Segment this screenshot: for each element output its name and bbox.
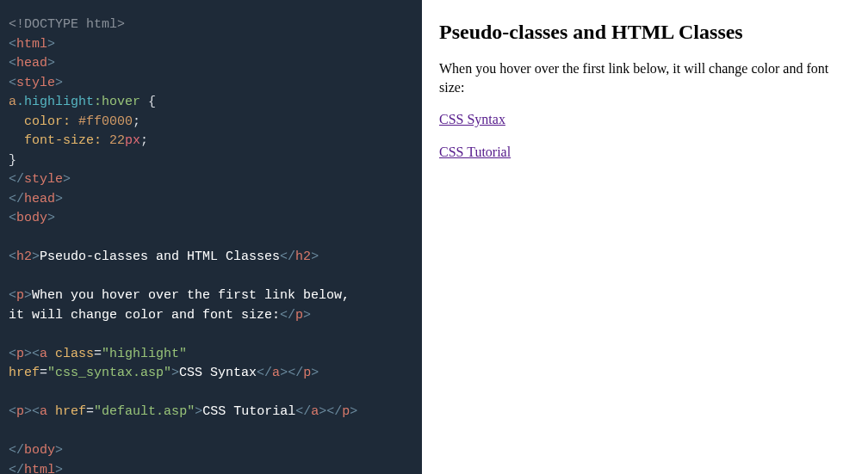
code-line: <style>	[9, 74, 413, 94]
code-token: >	[311, 249, 319, 264]
code-token: >	[63, 172, 71, 187]
code-token: >	[55, 76, 63, 90]
code-token: >	[319, 404, 326, 419]
code-token: "css_syntax.asp"	[47, 366, 171, 380]
code-token: <	[9, 288, 16, 303]
code-token: <	[9, 404, 16, 419]
link-css-syntax[interactable]: CSS Syntax	[439, 112, 505, 126]
code-token: <!DOCTYPE html>	[9, 17, 125, 32]
code-token: >	[171, 366, 179, 380]
code-token	[9, 327, 16, 342]
code-token: CSS Syntax	[179, 366, 257, 380]
code-line	[9, 384, 413, 403]
code-token: </	[295, 404, 311, 419]
code-token: href	[9, 366, 40, 380]
code-token: </	[9, 192, 24, 206]
code-token: <	[9, 56, 16, 71]
preview-link-wrapper-2: CSS Tutorial	[439, 143, 851, 162]
code-token: href	[55, 404, 86, 419]
code-token: a	[40, 404, 55, 419]
code-token: px	[125, 133, 140, 148]
code-line: </head>	[9, 190, 413, 210]
code-token: <	[9, 211, 16, 225]
code-token: Pseudo-classes and HTML Classes	[40, 249, 280, 264]
code-line: <h2>Pseudo-classes and HTML Classes</h2>	[9, 248, 413, 268]
code-token: <	[32, 404, 40, 419]
code-token: >	[47, 37, 55, 52]
code-token: :hover	[94, 95, 140, 109]
code-token: =	[40, 366, 47, 380]
code-token: #ff0000	[78, 114, 133, 129]
code-token: h2	[295, 249, 311, 264]
code-token: </	[280, 308, 295, 323]
code-token: >	[55, 443, 63, 458]
code-token: </	[9, 172, 24, 187]
link-css-tutorial[interactable]: CSS Tutorial	[439, 145, 511, 159]
code-line: <!DOCTYPE html>	[9, 15, 413, 35]
code-token: .highlight	[16, 95, 94, 109]
code-token: p	[303, 366, 311, 380]
code-token: html	[24, 463, 55, 475]
code-token: a	[311, 404, 319, 419]
code-token: head	[24, 192, 55, 206]
code-line: }	[9, 151, 413, 171]
code-token: >	[55, 192, 63, 206]
code-token: </	[9, 463, 24, 475]
code-token: >	[24, 288, 32, 303]
code-token: </	[257, 366, 272, 380]
code-token: style	[24, 172, 63, 187]
code-token: >	[280, 366, 288, 380]
code-token: ;	[140, 133, 148, 148]
code-token: font-size:	[24, 133, 102, 148]
code-token: "default.asp"	[94, 404, 195, 419]
code-token: >	[24, 347, 32, 361]
code-token: p	[295, 308, 303, 323]
code-line	[9, 268, 413, 287]
code-token: h2	[16, 249, 32, 264]
code-line: font-size: 22px;	[9, 132, 413, 151]
code-editor-panel[interactable]: <!DOCTYPE html><html><head><style>a.high…	[0, 0, 422, 474]
code-token: >	[24, 404, 32, 419]
code-line: href="css_syntax.asp">CSS Syntax</a></p>	[9, 364, 413, 384]
code-token: style	[16, 76, 55, 90]
preview-heading: Pseudo-classes and HTML Classes	[439, 21, 851, 44]
code-token: =	[86, 404, 94, 419]
code-token	[9, 385, 16, 400]
code-token: a	[9, 95, 16, 109]
code-token: <	[32, 347, 40, 361]
code-line: a.highlight:hover {	[9, 93, 413, 113]
code-line: it will change color and font size:</p>	[9, 306, 413, 326]
code-token: p	[16, 404, 24, 419]
code-line: <head>	[9, 54, 413, 74]
code-token: When you hover over the first link below…	[32, 288, 350, 303]
code-token: >	[55, 463, 63, 475]
code-token	[102, 133, 109, 148]
code-token: color:	[24, 114, 71, 129]
code-token: it will change color and font size:	[9, 308, 280, 323]
code-line: </style>	[9, 170, 413, 190]
code-token: p	[16, 347, 24, 361]
code-token: </	[9, 443, 24, 458]
code-token	[9, 133, 24, 148]
preview-paragraph: When you hover over the first link below…	[439, 59, 851, 96]
code-token: ;	[133, 114, 140, 129]
code-token: >	[32, 249, 40, 264]
code-token: =	[94, 347, 102, 361]
code-token: p	[16, 288, 24, 303]
code-token: 22	[109, 133, 125, 148]
code-token: <	[9, 347, 16, 361]
preview-panel: Pseudo-classes and HTML Classes When you…	[422, 0, 868, 474]
code-token: {	[140, 95, 156, 109]
code-token: class	[55, 347, 94, 361]
code-token: p	[342, 404, 350, 419]
code-line: </body>	[9, 441, 413, 461]
code-token: >	[47, 56, 55, 71]
code-line: </html>	[9, 461, 413, 475]
code-token: </	[326, 404, 342, 419]
code-token: head	[16, 56, 47, 71]
code-token: <	[9, 76, 16, 90]
code-line	[9, 229, 413, 249]
code-token: </	[280, 249, 295, 264]
code-line	[9, 325, 413, 345]
code-token: body	[16, 211, 47, 225]
